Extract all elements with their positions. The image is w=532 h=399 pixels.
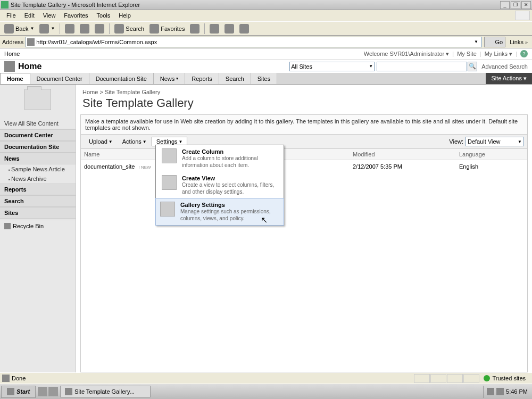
home-button[interactable]: [93, 23, 106, 35]
go-icon: [487, 38, 494, 46]
stop-button[interactable]: [63, 23, 77, 35]
browser-toolbar: Back ▼ ▼ Search Favorites: [0, 21, 532, 36]
security-zone[interactable]: Trusted sites: [479, 375, 530, 381]
menu-create-column[interactable]: Create Column Add a column to store addi…: [156, 145, 284, 172]
nav-news[interactable]: News: [0, 153, 76, 164]
page-title: Site Template Gallery: [76, 96, 532, 114]
gallery-folder-icon: [24, 89, 51, 110]
refresh-button[interactable]: [78, 23, 92, 35]
address-bar: Address http://svr01/_catalogs/wt/Forms/…: [0, 36, 532, 48]
col-header-modified[interactable]: Modified: [350, 149, 456, 160]
ie-status-bar: Done Trusted sites: [0, 372, 532, 384]
nav-reports[interactable]: Reports: [0, 184, 76, 195]
tab-sites[interactable]: Sites: [251, 73, 277, 84]
table-header: Name Modified Language: [81, 149, 527, 160]
history-icon: [190, 24, 200, 34]
top-nav-tabs: Home Document Center Documentation Site …: [0, 73, 532, 85]
search-input[interactable]: [377, 62, 467, 71]
close-button[interactable]: ✕: [521, 1, 531, 9]
stop-icon: [65, 24, 74, 34]
menu-edit[interactable]: Edit: [20, 11, 39, 20]
back-label: Back: [15, 26, 28, 32]
menu-tools[interactable]: Tools: [93, 11, 115, 20]
tab-reports[interactable]: Reports: [185, 73, 219, 84]
breadcrumb-current: Site Template Gallery: [105, 89, 160, 95]
forward-button[interactable]: ▼: [37, 23, 57, 35]
clock[interactable]: 5:46 PM: [506, 388, 528, 395]
upload-button[interactable]: Upload ▼: [84, 137, 118, 146]
tab-documentation-site[interactable]: Documentation Site: [89, 73, 154, 84]
url-dropdown-icon[interactable]: ▼: [472, 39, 480, 44]
col-header-language[interactable]: Language: [456, 149, 527, 160]
maximize-button[interactable]: ❐: [511, 1, 520, 9]
start-button[interactable]: Start: [1, 386, 36, 398]
nav-doc-site[interactable]: Documentation Site: [0, 141, 76, 153]
edit-button[interactable]: [237, 23, 251, 35]
item-name[interactable]: documentation_site: [84, 163, 135, 170]
quick-launch-icon[interactable]: [48, 387, 58, 396]
menu-help[interactable]: Help: [114, 11, 135, 20]
recycle-bin-icon: [4, 223, 11, 229]
nav-sites[interactable]: Sites: [0, 207, 76, 219]
help-icon[interactable]: ?: [520, 50, 528, 57]
my-site-link[interactable]: My Site: [457, 51, 477, 57]
actions-button[interactable]: Actions ▼: [118, 137, 152, 146]
table-row[interactable]: documentation_site ! NEW 2/12/2007 5:35 …: [81, 160, 527, 173]
url-input[interactable]: http://svr01/_catalogs/wt/Forms/Common.a…: [26, 37, 481, 47]
nav-news-archive[interactable]: News Archive: [0, 174, 76, 184]
favorites-button[interactable]: Favorites: [147, 23, 187, 35]
nav-search[interactable]: Search: [0, 195, 76, 207]
create-view-icon: [162, 175, 177, 190]
toolbar-separator: [204, 23, 205, 34]
back-button[interactable]: Back ▼: [2, 23, 36, 35]
menu-view[interactable]: View: [39, 11, 60, 20]
quick-launch: [38, 387, 58, 396]
sp-top-home-link[interactable]: Home: [4, 51, 364, 57]
menu-gallery-settings[interactable]: Gallery Settings Manage settings such as…: [155, 198, 284, 226]
search-go-button[interactable]: 🔍: [468, 62, 477, 71]
nav-doc-center[interactable]: Document Center: [0, 129, 76, 141]
tab-document-center[interactable]: Document Center: [30, 73, 89, 84]
forward-dropdown-icon[interactable]: ▼: [51, 26, 55, 31]
breadcrumb-home[interactable]: Home: [82, 89, 98, 95]
menu-file[interactable]: File: [2, 11, 20, 20]
print-button[interactable]: [222, 23, 236, 35]
history-button[interactable]: [188, 23, 202, 35]
new-badge: ! NEW: [137, 165, 152, 170]
advanced-search-link[interactable]: Advanced Search: [481, 63, 528, 70]
tray-icon[interactable]: [487, 388, 494, 395]
create-column-icon: [162, 148, 177, 163]
taskbar-task[interactable]: Site Template Gallery...: [60, 386, 151, 397]
links-button[interactable]: Links »: [508, 39, 530, 45]
main-content: Home > Site Template Gallery Site Templa…: [76, 85, 532, 393]
welcome-user[interactable]: Welcome SVR01\Administrator ▾: [364, 51, 449, 57]
toolbar-separator: [109, 23, 110, 34]
menu-favorites[interactable]: Favorites: [60, 11, 92, 20]
minimize-button[interactable]: _: [500, 1, 510, 9]
menubar: File Edit View Favorites Tools Help: [0, 10, 532, 21]
windows-logo-icon: [7, 388, 14, 395]
go-button[interactable]: Go: [484, 37, 506, 47]
my-links-link[interactable]: My Links ▾: [485, 51, 512, 57]
go-label: Go: [495, 39, 503, 45]
address-label: Address: [2, 39, 23, 45]
tab-search[interactable]: Search: [219, 73, 251, 84]
sp-top-bar: Home Welcome SVR01\Administrator ▾ | My …: [0, 48, 532, 60]
back-dropdown-icon[interactable]: ▼: [30, 26, 34, 31]
site-actions-button[interactable]: Site Actions ▾: [486, 73, 532, 84]
nav-sample-news[interactable]: Sample News Article: [0, 164, 76, 174]
mail-button[interactable]: [207, 23, 221, 35]
quick-launch-icon[interactable]: [38, 387, 47, 396]
tab-news[interactable]: News: [154, 73, 186, 84]
page-status-icon: [2, 375, 10, 382]
item-language: English: [456, 162, 527, 171]
site-logo-icon: [4, 61, 15, 72]
search-scope-select[interactable]: All Sites▼: [289, 62, 375, 71]
tab-home[interactable]: Home: [0, 73, 30, 84]
search-button[interactable]: Search: [112, 23, 146, 35]
nav-view-all[interactable]: View All Site Content: [0, 118, 76, 129]
menu-create-view[interactable]: Create View Create a view to select colu…: [156, 172, 284, 198]
recycle-bin-link[interactable]: Recycle Bin: [0, 220, 76, 232]
view-select[interactable]: Default View▼: [466, 137, 524, 146]
tray-icon[interactable]: [496, 388, 504, 395]
